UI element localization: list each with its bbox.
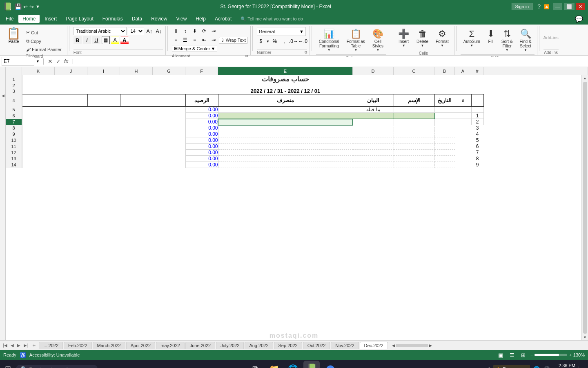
cell-F2[interactable] bbox=[185, 83, 218, 88]
close-icon[interactable]: ✕ bbox=[576, 3, 585, 10]
cell-K7[interactable] bbox=[22, 119, 55, 125]
cell-C5[interactable] bbox=[434, 107, 455, 113]
scroll-thumb[interactable] bbox=[583, 82, 587, 334]
cut-button[interactable]: ✂ Cut bbox=[24, 29, 64, 36]
taskbar-file-explorer[interactable]: 📁 bbox=[266, 361, 282, 368]
col-header-E[interactable]: E bbox=[218, 67, 353, 75]
cell-B6[interactable] bbox=[455, 113, 471, 119]
sort-filter-button[interactable]: ⇅ Sort & Filter ▼ bbox=[499, 27, 516, 54]
cell-K3[interactable] bbox=[22, 88, 55, 94]
cell-D6[interactable] bbox=[394, 113, 434, 119]
add-sheet-button[interactable]: + bbox=[30, 341, 38, 350]
cell-I1[interactable] bbox=[87, 75, 120, 83]
indent-icon[interactable]: ⇥ bbox=[209, 27, 218, 35]
normal-view-icon[interactable]: ▣ bbox=[497, 352, 505, 359]
cell-D2[interactable] bbox=[353, 83, 394, 88]
cell-C4-date[interactable]: التاريخ bbox=[434, 94, 455, 107]
increase-font-icon[interactable]: A↑ bbox=[145, 27, 154, 35]
cell-D3[interactable] bbox=[353, 88, 394, 94]
taskbar-task-view[interactable]: ⧉ bbox=[247, 361, 263, 368]
scroll-right-icon[interactable]: ▶ bbox=[429, 343, 432, 348]
conditional-formatting-button[interactable]: 📊 Conditional Formatting ▼ bbox=[316, 27, 342, 54]
h-scroll-thumb[interactable] bbox=[396, 344, 428, 347]
insert-button[interactable]: ➕ Insert ▼ bbox=[395, 27, 412, 49]
fog-warning-notification[interactable]: ⚠ Fog warning bbox=[493, 365, 530, 368]
number-dialog-icon[interactable]: ⧉ bbox=[305, 50, 307, 55]
sort-dropdown-icon[interactable]: ▼ bbox=[506, 48, 509, 52]
sheet-next-btn[interactable]: ▶ bbox=[16, 343, 22, 348]
cell-A1[interactable] bbox=[455, 75, 471, 83]
format-button[interactable]: ⚙ Format ▼ bbox=[433, 27, 452, 49]
cell-A2[interactable] bbox=[455, 83, 471, 88]
network-icon[interactable]: 🌐 bbox=[533, 366, 540, 368]
show-desktop-icon[interactable]: ▭ bbox=[579, 366, 585, 368]
cell-G5[interactable] bbox=[153, 107, 185, 113]
cell-C1[interactable] bbox=[394, 75, 434, 83]
cell-J7[interactable] bbox=[55, 119, 87, 125]
row-num-9[interactable]: 9 bbox=[6, 131, 22, 137]
cell-E7[interactable] bbox=[218, 119, 353, 125]
fill-color-button[interactable]: A bbox=[111, 36, 119, 44]
cell-K2[interactable] bbox=[22, 83, 55, 88]
tab-may2022[interactable]: may.2022 bbox=[156, 342, 185, 349]
tab-feb2022[interactable]: Feb.2022 bbox=[64, 342, 91, 349]
cell-hash3[interactable] bbox=[471, 88, 483, 94]
align-right-icon[interactable]: ≡ bbox=[191, 36, 199, 44]
name-box[interactable] bbox=[2, 57, 34, 66]
tab-dec2022[interactable]: Dec.2022 bbox=[360, 342, 388, 349]
tab-apr2022[interactable]: April.2022 bbox=[126, 342, 156, 349]
border-button[interactable]: ▦ bbox=[102, 36, 110, 44]
find-dropdown-icon[interactable]: ▼ bbox=[524, 48, 527, 52]
cell-H4[interactable] bbox=[120, 94, 153, 107]
confirm-icon[interactable]: ✓ bbox=[56, 58, 61, 65]
cell-D7[interactable] bbox=[394, 119, 434, 125]
cell-H7[interactable] bbox=[120, 119, 153, 125]
paste-button[interactable]: 📋 Paste bbox=[5, 27, 22, 45]
cell-I6[interactable] bbox=[87, 113, 120, 119]
cell-G6[interactable] bbox=[153, 113, 185, 119]
row-group-collapse-icon[interactable]: ◀ bbox=[2, 94, 4, 98]
italic-button[interactable]: I bbox=[83, 36, 91, 44]
tab-jun2022[interactable]: June.2022 bbox=[185, 342, 215, 349]
taskbar-search-input[interactable] bbox=[29, 366, 87, 368]
menu-formulas[interactable]: Formulas bbox=[98, 15, 127, 23]
decrease-decimal-icon[interactable]: ←.0 bbox=[299, 37, 307, 45]
conditional-dropdown-icon[interactable]: ▼ bbox=[327, 48, 331, 52]
grid-scroll[interactable]: 1 حساب مصروفات bbox=[6, 75, 581, 340]
row-num-13[interactable]: 13 bbox=[6, 156, 22, 162]
number-format-dropdown-icon[interactable]: ▼ bbox=[299, 29, 304, 34]
col-header-C[interactable]: C bbox=[394, 67, 434, 75]
cell-K1[interactable] bbox=[22, 75, 55, 83]
cell-E7b[interactable] bbox=[353, 119, 394, 125]
cell-F4-raseed[interactable]: الرصيد bbox=[185, 94, 218, 107]
row-num-4[interactable]: 4 bbox=[6, 94, 22, 107]
save-icon[interactable]: 💾 bbox=[15, 3, 22, 10]
cell-G3[interactable] bbox=[153, 88, 185, 94]
help-icon[interactable]: ? bbox=[537, 3, 541, 10]
cell-I7[interactable] bbox=[87, 119, 120, 125]
zoom-in-icon[interactable]: + bbox=[569, 352, 571, 357]
datetime-display[interactable]: 2:36 PM 18/01/2025 bbox=[553, 363, 575, 368]
taskbar-edge[interactable]: 🌐 bbox=[285, 361, 301, 368]
cell-B2[interactable] bbox=[434, 83, 455, 88]
col-header-I[interactable]: I bbox=[87, 67, 120, 75]
cell-D1[interactable] bbox=[353, 75, 394, 83]
menu-home[interactable]: Home bbox=[18, 15, 40, 23]
cell-C7[interactable] bbox=[434, 119, 455, 125]
col-header-B[interactable]: B bbox=[434, 67, 455, 75]
start-button[interactable]: ⊞ bbox=[3, 363, 13, 368]
cell-B7[interactable] bbox=[455, 119, 471, 125]
tab-aug2022[interactable]: Aug.2022 bbox=[245, 342, 273, 349]
tab-2022[interactable]: ... 2022 bbox=[39, 342, 63, 349]
taskbar-chrome[interactable]: ⬤ bbox=[322, 361, 339, 368]
cell-J1[interactable] bbox=[55, 75, 87, 83]
sheet-last-btn[interactable]: ▶| bbox=[22, 343, 29, 348]
row-num-2[interactable]: 2 bbox=[6, 83, 22, 88]
cell-K4[interactable] bbox=[22, 94, 55, 107]
col-header-G[interactable]: G bbox=[153, 67, 185, 75]
ribbon-collapse-icon[interactable]: 🔼 bbox=[544, 4, 550, 9]
page-break-view-icon[interactable]: ⊞ bbox=[519, 352, 527, 359]
font-family-select[interactable]: Traditional Arabic bbox=[74, 27, 127, 35]
cell-J2[interactable] bbox=[55, 83, 87, 88]
format-as-table-button[interactable]: 📋 Format as Table ▼ bbox=[344, 27, 368, 54]
